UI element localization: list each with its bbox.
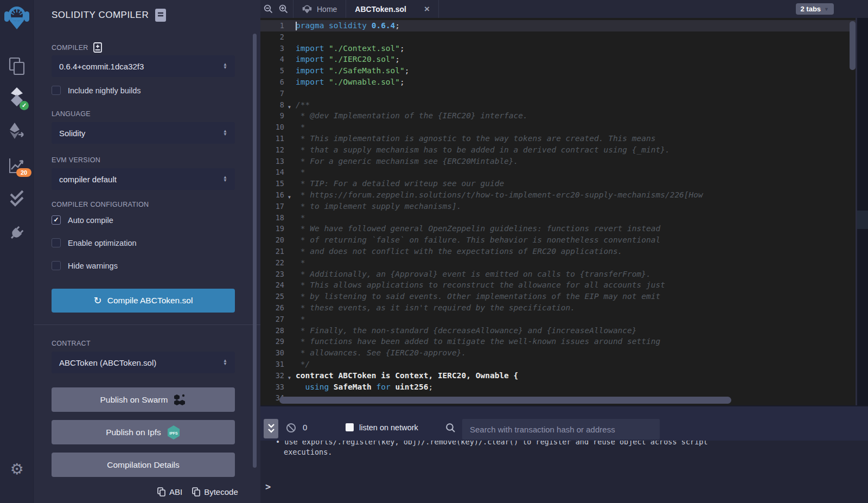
code-line[interactable]: 10 * xyxy=(260,122,856,133)
config-checkbox[interactable]: ✓ xyxy=(52,215,61,225)
compiler-version-select[interactable]: 0.6.4+commit.1dca32f3 ▲▼ xyxy=(52,55,235,77)
code-line[interactable]: 27 * xyxy=(260,314,856,325)
code-line[interactable]: 1pragma solidity 0.6.4; xyxy=(260,20,856,31)
fold-arrow-icon[interactable]: ▼ xyxy=(284,99,295,111)
sidebar-item-settings[interactable]: ⚙ xyxy=(0,460,34,478)
line-number-gutter: 18 xyxy=(260,212,295,224)
code-line[interactable]: 17 * to implement supply mechanisms]. xyxy=(260,201,856,212)
nightly-label: Include nightly builds xyxy=(68,86,141,95)
language-label: LANGUAGE xyxy=(52,110,91,118)
editor-horizontal-scrollbar[interactable] xyxy=(279,397,731,404)
config-checkbox[interactable] xyxy=(52,261,61,270)
nightly-builds-option[interactable]: Include nightly builds xyxy=(52,86,235,95)
code-line[interactable]: 18 * xyxy=(260,212,856,224)
publish-swarm-button[interactable]: Publish on Swarm xyxy=(52,387,235,412)
code-line[interactable]: 2 xyxy=(260,31,856,43)
zoom-out-button[interactable] xyxy=(260,4,276,14)
code-line[interactable]: 26 * these events, as it isn't required … xyxy=(260,302,856,314)
code-line[interactable]: 14 * xyxy=(260,167,856,178)
code-line[interactable]: 12 * that a supply mechanism has to be a… xyxy=(260,144,856,156)
code-line[interactable]: 24 * This allows applications to reconst… xyxy=(260,279,856,291)
sidebar-item-analytics[interactable]: 20 xyxy=(0,156,34,175)
sidebar-item-plugin-manager[interactable] xyxy=(0,224,34,242)
code-line[interactable]: 3import "./Context.sol"; xyxy=(260,43,856,54)
refresh-icon: ↻ xyxy=(94,295,102,307)
code-line[interactable]: 28 * Finally, the non-standard {decrease… xyxy=(260,325,856,336)
terminal-search-input[interactable] xyxy=(462,419,660,440)
line-number-gutter: 29 xyxy=(260,336,295,347)
line-number-gutter: 19 xyxy=(260,223,295,234)
code-line[interactable]: 33 using SafeMath for uint256; xyxy=(260,381,856,393)
sidebar-item-analysis[interactable] xyxy=(0,190,34,209)
code-line[interactable]: 20 * of returning `false` on failure. Th… xyxy=(260,234,856,246)
compiler-label: COMPILER xyxy=(52,44,88,52)
double-chevron-down-icon xyxy=(267,423,276,435)
code-line[interactable]: 23 * Additionally, an {Approval} event i… xyxy=(260,269,856,280)
code-line[interactable]: 21 * and does not conflict with the expe… xyxy=(260,246,856,257)
close-tab-icon[interactable]: × xyxy=(424,4,430,15)
listen-network-checkbox[interactable] xyxy=(346,423,354,431)
line-number-gutter: 3 xyxy=(260,43,295,54)
evm-version-select[interactable]: compiler default ▲▼ xyxy=(52,168,235,190)
terminal-expand-button[interactable] xyxy=(264,419,278,438)
code-editor[interactable]: 1pragma solidity 0.6.4;23import "./Conte… xyxy=(260,18,856,405)
code-line[interactable]: 11 * This implementation is agnostic to … xyxy=(260,133,856,144)
add-compiler-icon[interactable] xyxy=(93,42,102,53)
code-line[interactable]: 13 * For a generic mechanism see {ERC20M… xyxy=(260,156,856,167)
line-number-gutter: 25 xyxy=(260,291,295,302)
zoom-in-button[interactable] xyxy=(276,4,291,14)
code-line[interactable]: 7 xyxy=(260,88,856,99)
nightly-checkbox[interactable] xyxy=(52,86,61,95)
panel-scrollbar[interactable] xyxy=(253,34,257,468)
tab-home[interactable]: Home xyxy=(293,0,346,18)
contract-select[interactable]: ABCToken (ABCToken.sol) ▲▼ xyxy=(52,352,235,373)
terminal-log: • use exports/.register(key, obj)/.remov… xyxy=(260,441,857,484)
terminal-prompt[interactable]: > xyxy=(265,481,271,492)
fold-arrow-icon[interactable]: ▼ xyxy=(284,370,295,381)
code-text: * TIP: For a detailed writeup see our gu… xyxy=(295,178,504,189)
config-checkbox[interactable] xyxy=(52,238,61,247)
docs-book-icon[interactable] xyxy=(155,9,166,22)
copy-abi-button[interactable]: ABI xyxy=(157,487,182,496)
code-line[interactable]: 4import "./IERC20.sol"; xyxy=(260,54,856,65)
code-line[interactable]: 25 * by listening to said events. Other … xyxy=(260,291,856,302)
tabs-count-dropdown[interactable]: 2 tabs ▼ xyxy=(796,3,834,15)
double-check-icon xyxy=(8,190,26,209)
publish-ipfs-button[interactable]: Publish on Ipfs IPFS xyxy=(52,420,235,444)
line-number-gutter: 6 xyxy=(260,77,295,88)
transaction-count: 0 xyxy=(303,423,307,432)
code-line[interactable]: 16▼ * https://forum.zeppelin.solutions/t… xyxy=(260,189,856,201)
config-option-0[interactable]: ✓Auto compile xyxy=(52,215,235,225)
code-line[interactable]: 31 */ xyxy=(260,359,856,370)
compile-button[interactable]: ↻ Compile ABCToken.sol xyxy=(52,289,235,313)
code-line[interactable]: 5import "./SafeMath.sol"; xyxy=(260,65,856,77)
tab-abctoken[interactable]: ABCToken.sol × xyxy=(346,0,439,18)
code-line[interactable]: 6import "./Ownable.sol"; xyxy=(260,77,856,88)
code-line[interactable]: 15 * TIP: For a detailed writeup see our… xyxy=(260,178,856,189)
code-line[interactable]: 29 * functions have been added to mitiga… xyxy=(260,336,856,347)
code-line[interactable]: 30 * allowances. See {IERC20-approve}. xyxy=(260,347,856,359)
code-line[interactable]: 9 * @dev Implementation of the {IERC20} … xyxy=(260,110,856,122)
sidebar-item-deploy-run[interactable] xyxy=(0,122,34,140)
language-select[interactable]: Solidity ▲▼ xyxy=(52,122,235,144)
abi-label: ABI xyxy=(169,487,182,496)
code-line[interactable]: 32▼contract ABCToken is Context, IERC20,… xyxy=(260,370,856,381)
code-line[interactable]: 22 * xyxy=(260,257,856,269)
code-line[interactable]: 8▼/** xyxy=(260,99,856,111)
remix-logo[interactable] xyxy=(0,4,34,31)
code-line[interactable]: 19 * We have followed general OpenZeppel… xyxy=(260,223,856,234)
fold-arrow-icon[interactable]: ▼ xyxy=(284,189,295,201)
copy-bytecode-button[interactable]: Bytecode xyxy=(192,487,238,496)
line-number-gutter: 20 xyxy=(260,234,295,246)
code-text: import "./IERC20.sol"; xyxy=(295,54,400,65)
sidebar-item-solidity-compiler[interactable]: ✓ xyxy=(0,87,34,109)
clear-transactions-button[interactable] xyxy=(286,423,296,435)
editor-vertical-scrollbar[interactable] xyxy=(850,21,856,70)
code-text xyxy=(295,88,296,99)
sidebar-item-file-explorer[interactable] xyxy=(0,57,34,75)
line-number-gutter: 23 xyxy=(260,269,295,280)
compilation-details-button[interactable]: Compilation Details xyxy=(52,453,235,477)
config-option-2[interactable]: Hide warnings xyxy=(52,261,235,270)
code-text: * Additionally, an {Approval} event is e… xyxy=(295,269,651,280)
config-option-1[interactable]: Enable optimization xyxy=(52,238,235,247)
